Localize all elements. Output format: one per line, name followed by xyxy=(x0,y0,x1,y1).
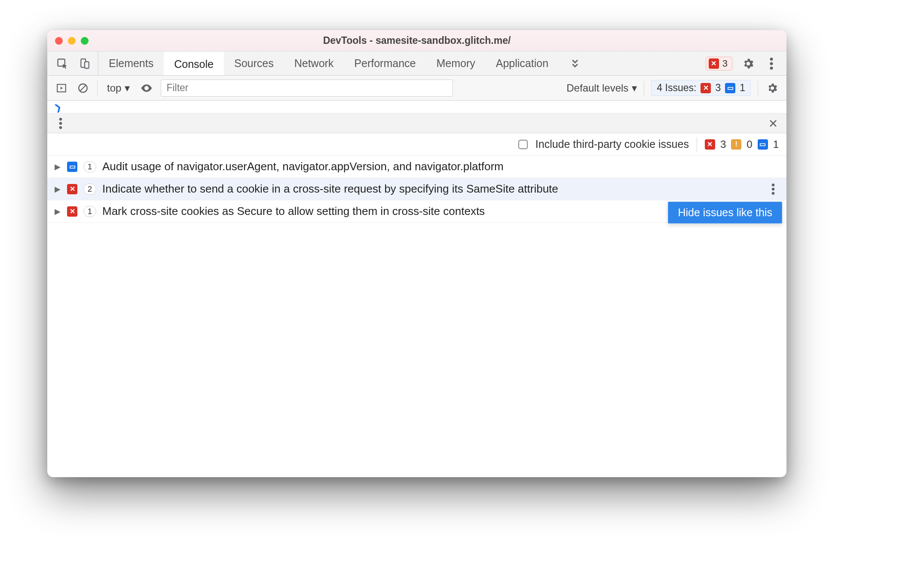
error-icon: ✕ xyxy=(67,184,77,194)
tab-network[interactable]: Network xyxy=(284,52,344,75)
context-selector[interactable]: top ▾ xyxy=(104,82,132,94)
tab-label: Network xyxy=(294,57,334,70)
main-tabbar: Elements Console Sources Network Perform… xyxy=(47,52,786,76)
console-settings-gear-icon[interactable] xyxy=(765,81,780,95)
tab-label: Console xyxy=(174,58,214,70)
svg-point-11 xyxy=(772,184,775,187)
svg-point-8 xyxy=(59,118,62,121)
divider xyxy=(758,81,758,95)
close-window-button[interactable] xyxy=(55,37,63,45)
count-info: 1 xyxy=(773,138,779,150)
issue-counts: ✕3 !0 ▭1 xyxy=(705,138,779,150)
issues-list: ▶ ▭ 1 Audit usage of navigator.userAgent… xyxy=(47,156,786,223)
warning-icon: ! xyxy=(731,139,741,150)
hide-issues-menu-item[interactable]: Hide issues like this xyxy=(668,202,782,224)
third-party-checkbox[interactable] xyxy=(518,140,528,149)
count-warn: 0 xyxy=(747,138,752,150)
errors-count: 3 xyxy=(722,58,728,69)
svg-point-3 xyxy=(770,58,773,61)
window-title: DevTools - samesite-sandbox.glitch.me/ xyxy=(47,35,786,46)
issue-count-pill: 1 xyxy=(83,161,96,172)
issues-label: 4 Issues: xyxy=(657,82,696,94)
live-expression-eye-icon[interactable] xyxy=(139,81,154,95)
more-menu-icon[interactable] xyxy=(764,56,779,71)
svg-rect-2 xyxy=(85,61,89,68)
drawer-close-icon[interactable] xyxy=(766,116,780,131)
info-icon: ▭ xyxy=(67,162,77,172)
panel-tabs: Elements Console Sources Network Perform… xyxy=(98,52,698,75)
caret-down-icon: ▾ xyxy=(125,82,130,94)
divider xyxy=(97,81,98,95)
count-err: 3 xyxy=(720,138,726,150)
tab-label: Elements xyxy=(109,57,153,70)
tab-label: Sources xyxy=(234,57,274,70)
drawer-header xyxy=(47,113,786,133)
svg-point-10 xyxy=(59,126,62,129)
issue-text: Mark cross-site cookies as Secure to all… xyxy=(102,205,485,218)
error-icon: ✕ xyxy=(67,206,77,217)
svg-point-13 xyxy=(772,192,775,195)
expand-triangle-icon[interactable]: ▶ xyxy=(54,162,61,172)
issue-text: Audit usage of navigator.userAgent, navi… xyxy=(102,160,504,173)
tabs-overflow-button[interactable] xyxy=(559,52,591,75)
issues-info-count: 1 xyxy=(740,82,745,94)
context-label: top xyxy=(107,82,121,94)
issue-row[interactable]: ▶ ✕ 2 Indicate whether to send a cookie … xyxy=(47,178,786,200)
info-icon: ▭ xyxy=(758,139,768,150)
divider xyxy=(644,81,644,95)
error-icon: ✕ xyxy=(705,139,715,150)
window-controls xyxy=(47,37,89,45)
zoom-window-button[interactable] xyxy=(81,37,89,45)
error-icon: ✕ xyxy=(701,83,711,93)
tab-label: Performance xyxy=(354,57,416,70)
tab-application[interactable]: Application xyxy=(486,52,559,75)
minimize-window-button[interactable] xyxy=(68,37,76,45)
errors-badge[interactable]: ✕ 3 xyxy=(706,57,732,70)
drawer-more-icon[interactable] xyxy=(53,116,68,131)
log-levels-dropdown[interactable]: Default levels ▾ xyxy=(566,82,637,94)
titlebar: DevTools - samesite-sandbox.glitch.me/ xyxy=(47,30,786,52)
svg-point-5 xyxy=(770,67,773,70)
menu-item-label: Hide issues like this xyxy=(678,206,772,218)
device-toggle-icon[interactable] xyxy=(77,56,92,71)
caret-down-icon: ▾ xyxy=(632,82,637,94)
expand-triangle-icon[interactable]: ▶ xyxy=(54,207,61,216)
error-icon: ✕ xyxy=(709,58,719,69)
issue-row-menu-icon[interactable] xyxy=(766,182,780,196)
issue-count-pill: 2 xyxy=(83,184,96,195)
levels-label: Default levels xyxy=(566,82,628,94)
svg-point-9 xyxy=(59,122,62,125)
tab-sources[interactable]: Sources xyxy=(224,52,284,75)
settings-gear-icon[interactable] xyxy=(741,56,756,71)
tab-console[interactable]: Console xyxy=(164,52,224,75)
divider xyxy=(697,137,697,152)
issues-toolbar: Include third-party cookie issues ✕3 !0 … xyxy=(47,133,786,156)
third-party-label: Include third-party cookie issues xyxy=(535,138,689,150)
execution-play-icon[interactable] xyxy=(54,81,69,95)
issue-text: Indicate whether to send a cookie in a c… xyxy=(102,182,558,196)
issues-err-count: 3 xyxy=(715,82,721,94)
expand-triangle-icon[interactable]: ▶ xyxy=(54,184,61,194)
filter-input[interactable] xyxy=(161,80,453,97)
tab-memory[interactable]: Memory xyxy=(426,52,485,75)
console-output-area[interactable]: ❯ xyxy=(47,101,786,113)
issues-chip[interactable]: 4 Issues: ✕3 ▭1 xyxy=(651,80,751,96)
devtools-window: DevTools - samesite-sandbox.glitch.me/ E… xyxy=(47,30,786,477)
tab-elements[interactable]: Elements xyxy=(98,52,164,75)
info-icon: ▭ xyxy=(725,83,735,93)
inspect-element-icon[interactable] xyxy=(55,56,70,71)
svg-point-12 xyxy=(772,187,775,190)
issue-row[interactable]: ▶ ▭ 1 Audit usage of navigator.userAgent… xyxy=(47,156,786,178)
issue-count-pill: 1 xyxy=(83,206,96,217)
tab-performance[interactable]: Performance xyxy=(344,52,426,75)
svg-point-4 xyxy=(770,62,773,65)
clear-console-icon[interactable] xyxy=(76,81,90,95)
tab-label: Memory xyxy=(436,57,475,70)
prompt-marker-icon: ❯ xyxy=(52,101,63,113)
tab-label: Application xyxy=(496,57,548,70)
console-toolbar: top ▾ Default levels ▾ 4 Issues: ✕3 ▭1 xyxy=(47,76,786,101)
